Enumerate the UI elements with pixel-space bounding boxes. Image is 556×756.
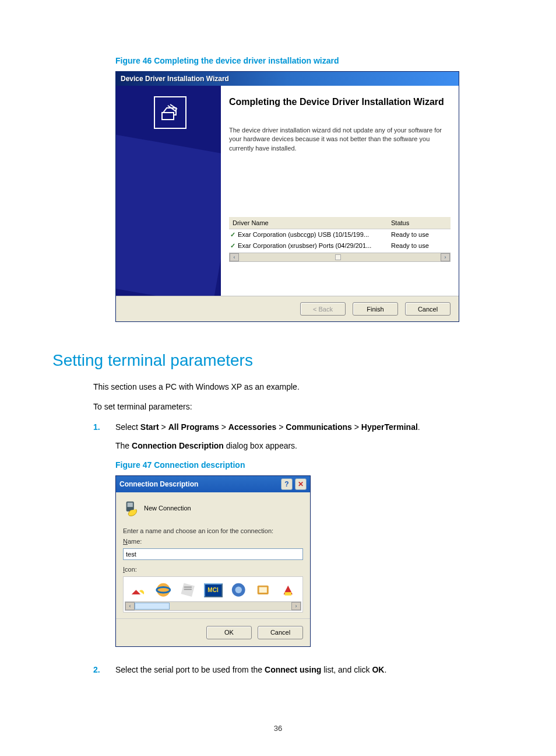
wizard-heading: Completing the Device Driver Installatio… [229, 96, 451, 108]
text: ame: [128, 538, 142, 545]
step-text: Select the serial port to be used from t… [115, 663, 504, 676]
text: The [115, 441, 132, 450]
icon-label: Icon: [123, 566, 303, 573]
connection-icon-2[interactable] [154, 580, 173, 600]
table-row: ✓ Exar Corporation (xrusbser) Ports (04/… [229, 240, 451, 251]
help-button[interactable]: ? [281, 478, 293, 490]
all-programs-label: All Programs [168, 422, 219, 432]
step-text: Select Start > All Programs > Accessorie… [115, 421, 504, 433]
checkmark-icon: ✓ [230, 242, 235, 250]
driver-table-header: Driver Name Status [229, 217, 451, 229]
phone-icon [123, 499, 140, 517]
wizard-description: The device driver installation wizard di… [229, 126, 451, 153]
close-button[interactable]: ✕ [295, 478, 307, 490]
step-number: 2. [93, 663, 115, 676]
driver-status-cell: Ready to use [391, 242, 449, 249]
wizard-right-panel: Completing the Device Driver Installatio… [221, 86, 459, 296]
wizard-titlebar: Device Driver Installation Wizard [116, 72, 459, 86]
checkmark-icon: ✓ [230, 231, 235, 239]
text: N [123, 538, 128, 545]
text: dialog box appears. [224, 441, 297, 450]
name-label: Name: [123, 538, 303, 545]
scroll-right-icon[interactable]: › [441, 253, 450, 261]
text: > [276, 422, 286, 432]
text: > [219, 422, 228, 432]
connection-icon-5[interactable] [230, 580, 248, 600]
driver-status-cell: Ready to use [391, 231, 449, 238]
ok-button[interactable]: OK [206, 626, 252, 639]
svg-rect-0 [162, 113, 174, 120]
section-heading: Setting terminal parameters [52, 351, 504, 370]
ok-label: OK [372, 665, 384, 674]
connection-icon-7[interactable] [279, 580, 297, 600]
step-1: 1. Select Start > All Programs > Accesso… [93, 421, 504, 433]
svg-rect-6 [184, 587, 192, 588]
connection-icon-4[interactable]: MCI [204, 580, 223, 600]
svg-point-3 [156, 583, 170, 597]
table-row: ✓ Exar Corporation (usbccgp) USB (10/15/… [229, 229, 451, 240]
header-status: Status [391, 219, 449, 226]
text: > [352, 422, 361, 432]
svg-point-9 [235, 587, 241, 593]
connection-title-text: Connection Description [119, 480, 198, 488]
icon-scrollbar[interactable]: ‹ › [125, 601, 301, 611]
driver-table-scrollbar[interactable]: ‹ › [229, 253, 451, 262]
text: Select [115, 422, 140, 432]
text: > [159, 422, 168, 432]
connect-using-label: Connect using [265, 665, 321, 674]
finish-button[interactable]: Finish [353, 302, 398, 316]
text: . [384, 665, 386, 674]
step1-sub: The Connection Description dialog box ap… [115, 440, 504, 452]
wizard-bg-shape [116, 134, 221, 296]
new-connection-label: New Connection [144, 505, 191, 512]
figure47-caption: Figure 47 Connection description [115, 460, 504, 470]
connection-description-window: Connection Description ? ✕ New Connectio… [115, 475, 311, 647]
communications-label: Communications [286, 422, 352, 432]
accessories-label: Accessories [228, 422, 277, 432]
scroll-left-icon[interactable]: ‹ [230, 253, 239, 261]
new-connection-row: New Connection [123, 499, 303, 517]
mci-icon: MCI [204, 583, 223, 597]
connection-icon-3[interactable] [179, 580, 197, 600]
connection-button-row: OK Cancel [116, 618, 310, 646]
step-number: 1. [93, 421, 115, 433]
driver-name-cell: Exar Corporation (usbccgp) USB (10/15/19… [238, 231, 391, 238]
driver-name-cell: Exar Corporation (xrusbser) Ports (04/29… [238, 242, 391, 249]
svg-rect-2 [128, 502, 133, 507]
svg-rect-7 [184, 589, 192, 590]
wizard-left-panel [116, 86, 221, 296]
scroll-thumb[interactable] [135, 603, 170, 610]
figure46-caption: Figure 46 Completing the device driver i… [115, 56, 504, 65]
back-button: < Back [300, 302, 346, 316]
cancel-button[interactable]: Cancel [258, 626, 303, 639]
connection-icon-6[interactable] [254, 580, 272, 600]
icon-picker: MCI ‹ › [123, 576, 303, 612]
text: Select the serial port to be used from t… [115, 665, 265, 674]
name-input[interactable] [123, 548, 303, 560]
wizard-body: Completing the Device Driver Installatio… [116, 86, 459, 296]
scroll-left-icon[interactable]: ‹ [125, 602, 135, 610]
connection-icon-1[interactable] [129, 580, 147, 600]
svg-rect-12 [284, 592, 291, 596]
text: . [418, 422, 420, 432]
cancel-button[interactable]: Cancel [405, 302, 451, 316]
intro-paragraph: This section uses a PC with Windows XP a… [93, 382, 504, 393]
hyperterminal-label: HyperTerminal [361, 422, 418, 432]
wizard-button-row: < Back Finish Cancel [116, 296, 459, 321]
text: list, and click [321, 665, 372, 674]
to-set-paragraph: To set terminal parameters: [93, 401, 504, 413]
icon-strip: MCI [125, 578, 301, 601]
text: con: [125, 566, 137, 573]
scroll-thumb[interactable] [335, 254, 341, 260]
connection-titlebar: Connection Description ? ✕ [116, 476, 310, 492]
scroll-right-icon[interactable]: › [291, 602, 301, 610]
page-number: 36 [0, 724, 556, 733]
connection-body: New Connection Enter a name and choose a… [116, 492, 310, 618]
header-driver-name: Driver Name [230, 219, 391, 226]
step-2: 2. Select the serial port to be used fro… [93, 663, 504, 676]
driver-icon [154, 96, 186, 129]
connection-description-label: Connection Description [132, 441, 224, 450]
wizard-window: Device Driver Installation Wizard Comple… [115, 71, 459, 322]
prompt-label: Enter a name and choose an icon for the … [123, 527, 303, 534]
svg-rect-11 [259, 587, 267, 593]
